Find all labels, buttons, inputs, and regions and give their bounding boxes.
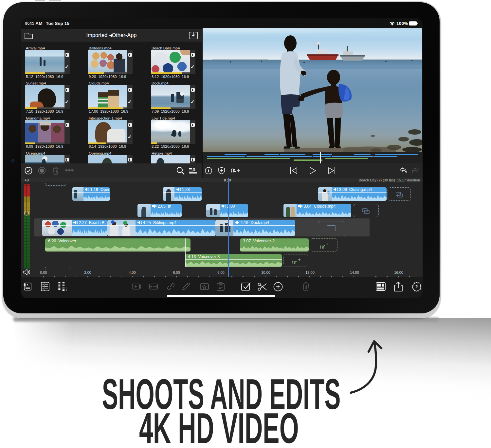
svg-text:?: ?: [415, 284, 418, 289]
svg-text:a: a: [192, 167, 195, 172]
